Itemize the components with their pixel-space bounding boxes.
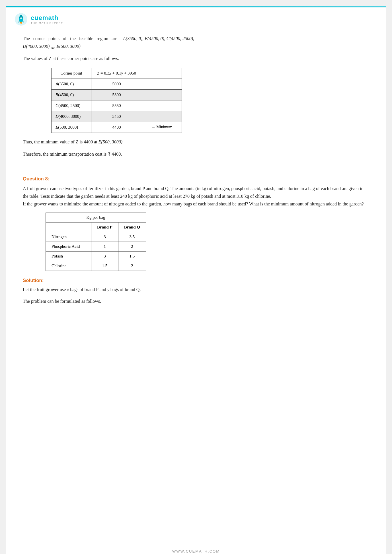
table-row: D(4000, 3000) 5450 (52, 111, 182, 122)
point-b-value: 5300 (91, 89, 142, 100)
nitrogen-q: 3.5 (118, 232, 146, 242)
potash-q: 1.5 (118, 251, 146, 261)
values-text: The values of Z at these corner points a… (23, 55, 369, 62)
question8-text: A fruit grower can use two types of fert… (23, 185, 369, 208)
point-c-label: C(4500, 2500) (52, 100, 91, 111)
solution-text1: Let the fruit grower use x bags of brand… (23, 286, 369, 293)
point-d-value: 5450 (91, 111, 142, 122)
col3-header (142, 68, 182, 79)
potash-row: Potash 3 1.5 (46, 251, 146, 261)
corner-table-container: Corner point Z = 0.3x + 0.1y + 3950 A(35… (51, 68, 369, 133)
solution-text2: The problem can be formulated as follows… (23, 297, 369, 305)
conclusion-text1: Thus, the minimum value of Z is 4400 at … (23, 138, 369, 146)
table-row: C(4500, 2500) 5550 (52, 100, 182, 111)
phosphoric-p: 1 (91, 242, 118, 251)
fertilizer-col-empty (46, 222, 91, 232)
point-d-label: D(4000, 3000) (52, 111, 91, 122)
logo-name: cuemath (31, 14, 63, 22)
point-b-note (142, 89, 182, 100)
point-d-note (142, 111, 182, 122)
period: . (82, 46, 83, 50)
point-e-note: → Minimum (142, 122, 182, 133)
potash-label: Potash (46, 251, 91, 261)
nitrogen-p: 3 (91, 232, 118, 242)
and-text: and (51, 44, 56, 49)
phosphoric-row: Phosphoric Acid 1 2 (46, 242, 146, 251)
conclusion-text2: Therefore, the minimum transportation co… (23, 150, 369, 158)
table-header-row: Corner point Z = 0.3x + 0.1y + 3950 (52, 68, 182, 79)
point-a-value: 5000 (91, 79, 142, 89)
question8-heading: Question 8: (23, 176, 369, 182)
fertilizer-merged-header-row: Kg per bag (46, 213, 146, 222)
col1-header: Corner point (52, 68, 91, 79)
corner-points: A(3500, 0), B(4500, 0), C(4500, 2500), (123, 36, 194, 41)
chlorine-q: 2 (118, 261, 146, 271)
col2-header: Z = 0.3x + 0.1y + 3950 (91, 68, 142, 79)
logo-icon (14, 13, 28, 26)
conclusion-point: E(500, 3000) (98, 139, 122, 144)
table-row: A(3500, 0) 5000 (52, 79, 182, 89)
page: cuemath THE MATH EXPERT The corner point… (6, 6, 386, 554)
fertilizer-subheader-row: Brand P Brand Q (46, 222, 146, 232)
point-c-value: 5550 (91, 100, 142, 111)
table-row: B(4500, 0) 5300 (52, 89, 182, 100)
brand-p-header: Brand P (91, 222, 118, 232)
table-row: E(500, 3000) 4400 → Minimum (52, 122, 182, 133)
footer-url: WWW.CUEMATH.COM (172, 549, 220, 553)
chlorine-row: Chlorine 1.5 2 (46, 261, 146, 271)
point-e-label: E(500, 3000) (52, 122, 91, 133)
chlorine-p: 1.5 (91, 261, 118, 271)
intro-paragraph: The corner points of the feasible region… (23, 35, 369, 51)
point-a-note (142, 79, 182, 89)
point-d: D(4000, 3000) (23, 44, 50, 49)
point-e-value: 4400 (91, 122, 142, 133)
chlorine-label: Chlorine (46, 261, 91, 271)
content: The corner points of the feasible region… (6, 29, 386, 545)
phosphoric-label: Phosphoric Acid (46, 242, 91, 251)
point-b-label: B(4500, 0) (52, 89, 91, 100)
fertilizer-table-container: Kg per bag Brand P Brand Q Nitrogen 3 3.… (46, 213, 369, 271)
header: cuemath THE MATH EXPERT (6, 7, 386, 29)
point-e: E(500, 3000) (56, 44, 80, 49)
brand-q-header: Brand Q (118, 222, 146, 232)
potash-p: 3 (91, 251, 118, 261)
intro-line1: The corner points of the feasible region… (23, 36, 122, 41)
logo-text: cuemath THE MATH EXPERT (31, 14, 63, 24)
corner-table: Corner point Z = 0.3x + 0.1y + 3950 A(35… (51, 68, 182, 133)
point-c-note (142, 100, 182, 111)
solution-heading: Solution: (23, 278, 369, 283)
phosphoric-q: 2 (118, 242, 146, 251)
fertilizer-table: Kg per bag Brand P Brand Q Nitrogen 3 3.… (46, 213, 146, 271)
nitrogen-row: Nitrogen 3 3.5 (46, 232, 146, 242)
fertilizer-merged-header: Kg per bag (46, 213, 146, 222)
logo-tagline: THE MATH EXPERT (31, 22, 63, 24)
footer: WWW.CUEMATH.COM (6, 545, 386, 554)
spacer1 (23, 162, 369, 168)
point-a-label: A(3500, 0) (52, 79, 91, 89)
svg-point-5 (20, 17, 22, 19)
nitrogen-label: Nitrogen (46, 232, 91, 242)
